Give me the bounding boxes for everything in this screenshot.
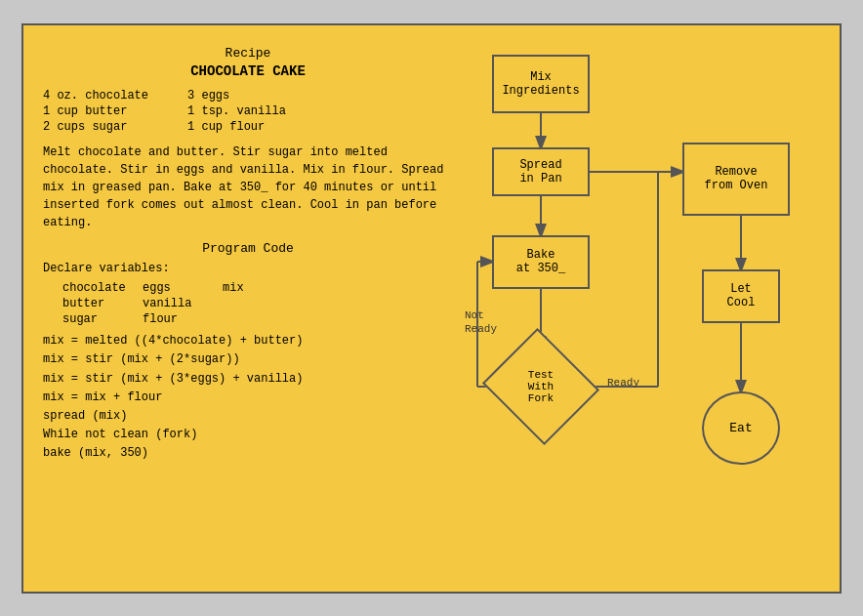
var-empty2 (223, 312, 281, 326)
ready-label: Ready (607, 377, 639, 389)
var-flour: flour (143, 312, 221, 326)
declare-label: Declare variables: (43, 262, 170, 275)
test-fork-diamond: TestWithFork (497, 348, 585, 426)
ingredient-1: 4 oz. chocolate (43, 89, 148, 103)
eat-oval: Eat (702, 391, 780, 465)
declare-vars: chocolate eggs mix butter vanilla sugar … (62, 281, 453, 326)
code-line-5: spread (mix) (43, 407, 453, 426)
var-vanilla: vanilla (143, 297, 221, 310)
code-line-2: mix = stir (mix + (2*sugar)) (43, 350, 453, 369)
var-butter: butter (62, 297, 141, 310)
title-line1: Recipe (43, 45, 453, 62)
ingredient-5: 1 tsp. vanilla (187, 104, 286, 118)
remove-from-oven-box: Removefrom Oven (682, 143, 790, 216)
main-container: Recipe CHOCOLATE CAKE 4 oz. chocolate 1 … (21, 23, 842, 594)
ingredient-6: 1 cup flour (187, 120, 286, 134)
var-mix: mix (223, 281, 281, 295)
ingredient-3: 2 cups sugar (43, 120, 148, 134)
var-sugar: sugar (62, 312, 141, 326)
var-chocolate: chocolate (62, 281, 141, 295)
flowchart: Mix Ingredients Spreadin Pan Bakeat 350_… (463, 45, 820, 572)
recipe-description: Melt chocolate and butter. Stir sugar in… (43, 144, 453, 231)
code-line-3: mix = stir (mix + (3*eggs) + vanilla) (43, 370, 453, 389)
title-line2: CHOCOLATE CAKE (43, 62, 453, 82)
ingredients-left: 4 oz. chocolate 1 cup butter 2 cups suga… (43, 89, 148, 134)
ingredient-4: 3 eggs (187, 89, 286, 103)
let-cool-box: LetCool (702, 269, 780, 323)
left-panel: Recipe CHOCOLATE CAKE 4 oz. chocolate 1 … (43, 45, 453, 572)
declare-section: Declare variables: (43, 262, 453, 275)
code-line-4: mix = mix + flour (43, 389, 453, 407)
not-ready-label: NotReady (465, 308, 497, 337)
mix-ingredients-box: Mix Ingredients (492, 55, 590, 113)
right-panel: Mix Ingredients Spreadin Pan Bakeat 350_… (463, 45, 820, 572)
var-empty1 (223, 297, 281, 310)
ingredients-right: 3 eggs 1 tsp. vanilla 1 cup flour (187, 89, 286, 134)
program-code-title: Program Code (43, 241, 453, 256)
code-line-1: mix = melted ((4*chocolate) + butter) (43, 332, 453, 350)
ingredient-2: 1 cup butter (43, 104, 148, 118)
recipe-title: Recipe CHOCOLATE CAKE (43, 45, 453, 82)
spread-in-pan-box: Spreadin Pan (492, 147, 590, 196)
code-lines: mix = melted ((4*chocolate) + butter) mi… (43, 332, 453, 463)
code-line-6: While not clean (fork) (43, 426, 453, 444)
bake-box: Bakeat 350_ (492, 235, 590, 289)
var-eggs: eggs (143, 281, 221, 295)
code-line-7: bake (mix, 350) (43, 444, 453, 463)
ingredients-row: 4 oz. chocolate 1 cup butter 2 cups suga… (43, 89, 453, 134)
